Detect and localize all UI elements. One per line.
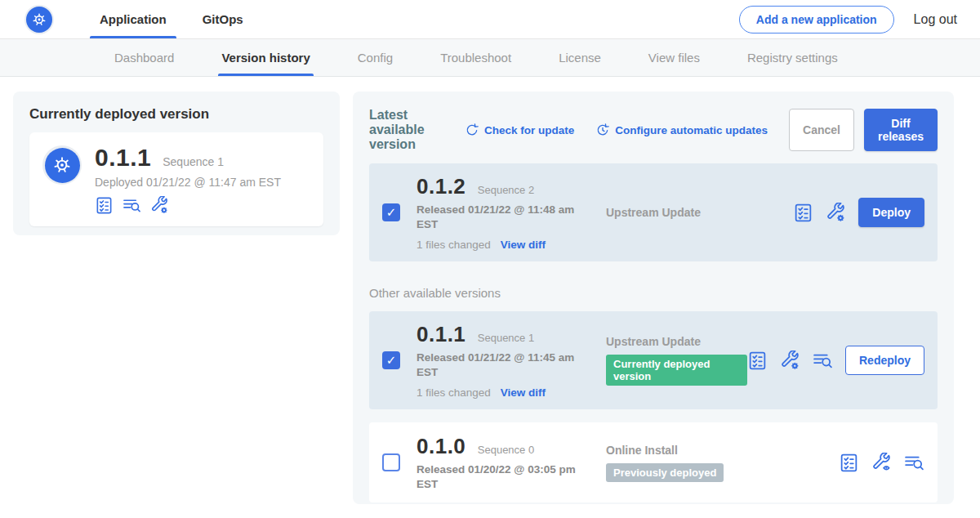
version-info: 0.1.1 Sequence 1 Released 01/21/22 @ 11:… — [416, 322, 596, 399]
deployed-timestamp: Deployed 01/21/22 @ 11:47 am EST — [95, 176, 281, 189]
version-actions — [839, 453, 924, 473]
sequence-label: Sequence 0 — [478, 444, 534, 456]
subtab-license[interactable]: License — [559, 39, 601, 76]
logs-icon[interactable] — [122, 196, 141, 215]
source-label: Upstream Update — [606, 335, 747, 348]
version-source: Upstream Update — [596, 206, 793, 219]
files-changed-label: 1 files changed — [416, 386, 491, 399]
version-history-panel: Latest available version Check for updat… — [353, 92, 954, 504]
cancel-button[interactable]: Cancel — [789, 109, 854, 151]
latest-available-title: Latest available version — [369, 108, 448, 152]
version-actions: Deploy — [793, 198, 924, 227]
config-gear-icon[interactable] — [826, 203, 846, 223]
released-timestamp: Released 01/20/22 @ 03:05 pm EST — [416, 462, 580, 491]
version-row-0-1-0: 0.1.0 Sequence 0 Released 01/20/22 @ 03:… — [369, 422, 938, 502]
subtab-config[interactable]: Config — [358, 39, 393, 76]
currently-deployed-badge: Currently deployed version — [606, 355, 747, 386]
previously-deployed-badge: Previously deployed — [606, 463, 724, 482]
subtab-registry-settings[interactable]: Registry settings — [747, 39, 838, 76]
redeploy-button[interactable]: Redeploy — [845, 346, 924, 375]
version-source: Online Install Previously deployed — [596, 444, 839, 482]
deployed-panel-title: Currently deployed version — [29, 106, 323, 123]
version-checkbox[interactable] — [382, 453, 400, 471]
view-diff-link[interactable]: View diff — [501, 239, 546, 251]
top-nav-tabs: Application GitOps — [82, 0, 261, 38]
other-versions-title: Other available versions — [369, 286, 938, 300]
logout-button[interactable]: Log out — [914, 12, 957, 27]
version-row-0-1-1: 0.1.1 Sequence 1 Released 01/21/22 @ 11:… — [369, 311, 938, 409]
top-nav-right: Add a new application Log out — [739, 0, 980, 38]
diff-releases-button[interactable]: Diff releases — [864, 109, 938, 151]
deployed-version-number: 0.1.1 — [95, 144, 151, 172]
configure-automatic-updates-link[interactable]: Configure automatic updates — [595, 123, 768, 137]
view-diff-link[interactable]: View diff — [501, 386, 546, 399]
source-label: Online Install — [606, 444, 839, 457]
released-timestamp: Released 01/21/22 @ 11:45 am EST — [416, 351, 580, 379]
sequence-label: Sequence 1 — [478, 332, 534, 344]
version-row-0-1-2: 0.1.2 Sequence 2 Released 01/21/22 @ 11:… — [369, 163, 938, 261]
schedule-update-icon — [595, 123, 610, 137]
add-application-button[interactable]: Add a new application — [739, 6, 894, 33]
tab-gitops[interactable]: GitOps — [185, 0, 261, 38]
logs-icon[interactable] — [813, 351, 833, 371]
config-view-icon[interactable] — [871, 453, 892, 473]
sequence-label: Sequence 2 — [478, 184, 534, 196]
version-actions: Redeploy — [747, 346, 924, 375]
tab-application[interactable]: Application — [82, 0, 185, 38]
subtab-dashboard[interactable]: Dashboard — [114, 39, 174, 76]
refresh-icon — [465, 123, 479, 137]
version-info: 0.1.2 Sequence 2 Released 01/21/22 @ 11:… — [416, 174, 596, 251]
version-number: 0.1.0 — [416, 434, 466, 458]
version-info: 0.1.0 Sequence 0 Released 01/20/22 @ 03:… — [416, 434, 596, 491]
sub-nav: Dashboard Version history Config Trouble… — [0, 39, 980, 77]
app-screen: Application GitOps Add a new application… — [0, 0, 980, 518]
check-for-update-link[interactable]: Check for update — [465, 123, 574, 137]
checklist-icon[interactable] — [793, 203, 813, 223]
deployed-version-card: 0.1.1 Sequence 1 Deployed 01/21/22 @ 11:… — [29, 132, 323, 226]
kubernetes-wheel-icon — [42, 145, 82, 185]
version-source: Upstream Update Currently deployed versi… — [596, 335, 747, 386]
top-nav: Application GitOps Add a new application… — [0, 0, 980, 39]
deployed-action-icons — [95, 196, 281, 215]
logs-icon[interactable] — [904, 453, 924, 473]
config-gear-icon[interactable] — [780, 351, 800, 371]
version-number: 0.1.2 — [416, 174, 466, 199]
version-checkbox[interactable] — [382, 203, 400, 221]
config-gear-icon[interactable] — [150, 196, 169, 215]
header-actions: Cancel Diff releases — [789, 109, 938, 151]
checklist-icon[interactable] — [95, 196, 114, 215]
kubernetes-wheel-icon — [24, 5, 54, 34]
checklist-icon[interactable] — [747, 351, 768, 371]
files-changed-label: 1 files changed — [416, 239, 491, 251]
updates-header: Latest available version Check for updat… — [369, 108, 938, 152]
deployed-sequence-label: Sequence 1 — [163, 155, 224, 168]
subtab-version-history[interactable]: Version history — [221, 39, 310, 76]
version-number: 0.1.1 — [416, 322, 466, 346]
deploy-button[interactable]: Deploy — [858, 198, 924, 227]
currently-deployed-panel: Currently deployed version 0.1.1 Sequenc — [13, 92, 340, 235]
checklist-icon[interactable] — [839, 453, 859, 473]
source-label: Upstream Update — [606, 206, 793, 219]
released-timestamp: Released 01/21/22 @ 11:48 am EST — [416, 203, 580, 231]
deployed-version-details: 0.1.1 Sequence 1 Deployed 01/21/22 @ 11:… — [95, 144, 281, 215]
version-checkbox[interactable] — [382, 351, 400, 369]
subtab-troubleshoot[interactable]: Troubleshoot — [440, 39, 511, 76]
subtab-view-files[interactable]: View files — [648, 39, 700, 76]
